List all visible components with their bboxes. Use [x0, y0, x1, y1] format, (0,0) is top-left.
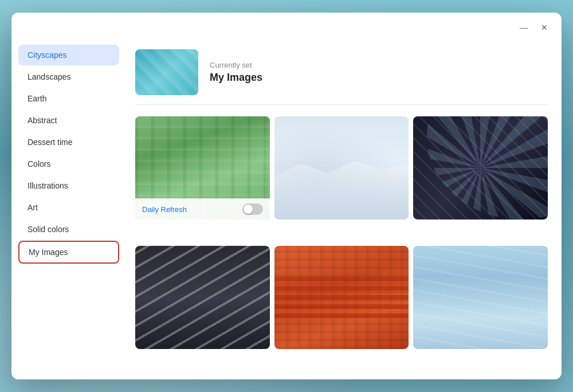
sidebar-item-landscapes[interactable]: Landscapes: [18, 66, 119, 87]
main-content: Cityscapes Landscapes Earth Abstract Des…: [11, 40, 562, 379]
grid-item-2[interactable]: [274, 116, 409, 219]
minimize-button[interactable]: —: [516, 19, 532, 36]
wallpaper-thumbnail-3: [413, 116, 548, 219]
sidebar-item-colors[interactable]: Colors: [18, 154, 119, 174]
close-button[interactable]: ✕: [536, 19, 552, 36]
settings-window: — ✕ Cityscapes Landscapes Earth Abstract…: [11, 13, 562, 379]
sidebar-item-dessert-time[interactable]: Dessert time: [18, 132, 119, 152]
current-thumbnail: [135, 49, 198, 95]
sidebar-item-solid-colors[interactable]: Solid colors: [18, 219, 119, 240]
current-image: [135, 49, 198, 95]
image-grid: Daily Refresh: [135, 116, 548, 370]
daily-refresh-toggle[interactable]: [242, 203, 263, 215]
wallpaper-thumbnail-2: [274, 116, 409, 219]
grid-item-4[interactable]: [135, 246, 270, 349]
grid-item-3[interactable]: [413, 116, 548, 219]
daily-refresh-label: Daily Refresh: [142, 205, 187, 214]
sidebar-item-earth[interactable]: Earth: [18, 88, 119, 109]
wallpaper-thumbnail-4: [135, 246, 270, 349]
wallpaper-thumbnail-5: [274, 246, 409, 349]
current-name: My Images: [210, 72, 262, 84]
current-info: Currently set My Images: [210, 61, 262, 84]
right-panel: Currently set My Images Daily Refresh: [126, 40, 562, 379]
current-label: Currently set: [210, 61, 262, 69]
sidebar-item-art[interactable]: Art: [18, 197, 119, 218]
title-bar: — ✕: [11, 13, 562, 40]
sidebar-item-abstract[interactable]: Abstract: [18, 110, 119, 131]
sidebar-item-my-images[interactable]: My Images: [18, 241, 119, 264]
wallpaper-thumbnail-6: [413, 246, 548, 349]
sidebar-item-illustrations[interactable]: Illustrations: [18, 175, 119, 196]
grid-item-6[interactable]: [413, 246, 548, 349]
grid-item-1[interactable]: Daily Refresh: [135, 116, 270, 219]
sidebar-item-cityscapes[interactable]: Cityscapes: [18, 45, 119, 65]
sidebar: Cityscapes Landscapes Earth Abstract Des…: [11, 40, 126, 379]
currently-set-section: Currently set My Images: [135, 49, 548, 105]
daily-refresh-overlay: Daily Refresh: [135, 198, 270, 219]
grid-item-5[interactable]: [274, 246, 409, 349]
